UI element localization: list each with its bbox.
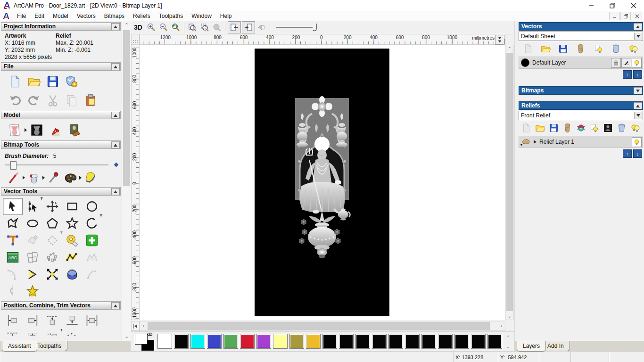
palette-scroll-down-icon[interactable]: ⌄ bbox=[504, 343, 512, 350]
save-model-button[interactable] bbox=[43, 74, 62, 90]
extrude-vector-button[interactable] bbox=[62, 266, 82, 283]
vector-layer-row[interactable]: Default Layer bbox=[519, 57, 643, 69]
palette-swatch[interactable] bbox=[454, 334, 469, 349]
model-sketch-flyout-icon[interactable] bbox=[25, 128, 27, 132]
menu-reliefs[interactable]: Reliefs bbox=[129, 12, 155, 20]
create-star-button[interactable] bbox=[62, 215, 82, 232]
palette-swatch[interactable] bbox=[190, 334, 205, 349]
relief-visibility-button[interactable] bbox=[632, 137, 642, 147]
minimize-button[interactable] bbox=[580, 0, 602, 11]
lock-layer-button[interactable] bbox=[611, 58, 621, 68]
zoom-slider-handle[interactable] bbox=[313, 23, 319, 32]
open-relief-layer-button[interactable] bbox=[533, 123, 547, 133]
palette-swatch[interactable] bbox=[322, 334, 337, 349]
transfer-relief-button[interactable] bbox=[574, 123, 588, 133]
horizontal-scrollbar[interactable]: ‹ › bbox=[140, 321, 505, 331]
offset-vector-button[interactable] bbox=[23, 266, 42, 283]
zoom-out-button[interactable] bbox=[157, 22, 170, 33]
assistant-scrollbar[interactable]: ⌃ ⌄ bbox=[122, 21, 131, 341]
node-editing-button[interactable] bbox=[23, 198, 42, 215]
palette-swatch[interactable] bbox=[273, 334, 288, 349]
palette-swatch[interactable] bbox=[405, 334, 420, 349]
colour-picker-button[interactable] bbox=[45, 171, 62, 185]
create-circle-button[interactable] bbox=[82, 198, 102, 215]
palette-scroll-up-icon[interactable]: ⌃ bbox=[504, 333, 512, 341]
zoom-slider[interactable] bbox=[276, 23, 319, 32]
block-array-button[interactable] bbox=[42, 329, 62, 336]
collapse-bitmap-tools-button[interactable] bbox=[111, 141, 120, 148]
move-relief-down-button[interactable]: ↓ bbox=[633, 149, 642, 158]
collapse-project-information-button[interactable] bbox=[111, 23, 120, 30]
wrap-text-button[interactable] bbox=[23, 232, 42, 249]
menu-toolpaths[interactable]: Toolpaths bbox=[155, 12, 187, 20]
paste-array-button[interactable] bbox=[42, 249, 62, 266]
palette-swatch[interactable] bbox=[240, 334, 255, 349]
expand-bitmaps-panel-button[interactable] bbox=[634, 87, 642, 94]
palette-flyout-icon[interactable] bbox=[79, 176, 82, 180]
toggle-relief-visibility-button[interactable] bbox=[587, 123, 601, 133]
scatter-vectors-button[interactable] bbox=[62, 329, 82, 336]
collapse-file-button[interactable] bbox=[111, 63, 120, 70]
scroll-up-icon[interactable]: ⌃ bbox=[123, 22, 130, 29]
palette-swatch[interactable] bbox=[256, 334, 271, 349]
cut-button[interactable] bbox=[43, 92, 62, 108]
palette-swatch[interactable] bbox=[438, 334, 453, 349]
save-vector-layer-button[interactable] bbox=[554, 44, 572, 54]
notes-button[interactable] bbox=[81, 92, 100, 108]
model-lighting-button[interactable] bbox=[46, 122, 65, 138]
palette-swatch[interactable] bbox=[207, 334, 222, 349]
hscroll-corner-button[interactable] bbox=[131, 321, 140, 331]
combine-mode-icon[interactable] bbox=[520, 138, 531, 146]
vertical-scrollbar[interactable]: ⌃ ⌄ bbox=[505, 45, 514, 320]
move-layer-up-button[interactable]: ↑ bbox=[623, 70, 632, 79]
toggle-layer-visibility-button[interactable] bbox=[590, 44, 607, 54]
new-relief-layer-button[interactable] bbox=[520, 123, 533, 133]
create-text-button[interactable] bbox=[3, 232, 23, 249]
create-rectangle-button[interactable] bbox=[62, 198, 82, 215]
mdi-close-button[interactable] bbox=[632, 12, 642, 20]
open-vector-layer-button[interactable] bbox=[537, 44, 554, 54]
merge-vector-layers-button[interactable] bbox=[572, 44, 589, 54]
fit-vectors-button[interactable] bbox=[62, 249, 82, 266]
menu-bitmaps[interactable]: Bitmaps bbox=[100, 12, 129, 20]
menu-file[interactable]: File bbox=[13, 12, 30, 20]
merge-relief-layers-button[interactable] bbox=[561, 123, 574, 133]
pan-view-button[interactable] bbox=[256, 22, 268, 33]
envelope-distort-button[interactable] bbox=[23, 249, 42, 266]
ruler-units-dropdown-button[interactable] bbox=[495, 35, 504, 45]
redo-button[interactable] bbox=[25, 92, 43, 108]
create-ellipse-button[interactable] bbox=[23, 215, 42, 232]
collapse-vectors-panel-button[interactable] bbox=[634, 23, 642, 30]
align-right-button[interactable] bbox=[23, 312, 42, 329]
toggle-all-layers-button[interactable] bbox=[625, 44, 642, 54]
primary-secondary-colour-chip[interactable] bbox=[135, 334, 157, 351]
palette-button[interactable] bbox=[62, 171, 79, 185]
next-bitmap-layer-button[interactable] bbox=[242, 21, 255, 33]
previous-bitmap-layer-button[interactable] bbox=[228, 21, 241, 33]
layer-visibility-button[interactable] bbox=[632, 58, 642, 68]
scroll-left-icon[interactable]: ‹ bbox=[140, 321, 147, 330]
scroll-down-icon[interactable]: ⌄ bbox=[506, 313, 513, 320]
snap-layer-button[interactable] bbox=[621, 58, 631, 68]
move-layer-down-button[interactable]: ↓ bbox=[633, 70, 642, 79]
palette-swatch[interactable] bbox=[487, 334, 502, 349]
tab-layers[interactable]: Layers bbox=[517, 341, 546, 352]
zoom-in-button[interactable] bbox=[145, 22, 157, 33]
scroll-up-icon[interactable]: ⌃ bbox=[506, 45, 513, 52]
primary-colour-swatch[interactable] bbox=[135, 334, 148, 345]
new-vector-layer-button[interactable] bbox=[520, 44, 537, 54]
zoom-page-button[interactable] bbox=[186, 22, 198, 33]
undo-button[interactable] bbox=[6, 92, 25, 108]
create-polyline-button[interactable] bbox=[3, 215, 23, 232]
greyscale-preview-button[interactable] bbox=[601, 123, 615, 133]
relief-layer-row[interactable]: Relief Layer 1 bbox=[519, 136, 643, 148]
tab-assistant[interactable]: Assistant bbox=[2, 341, 37, 352]
blend-spline-button[interactable] bbox=[82, 266, 102, 283]
vertical-scroll-thumb[interactable] bbox=[506, 53, 513, 311]
flood-fill-flyout-icon[interactable] bbox=[42, 176, 45, 180]
dropdown-arrow-icon[interactable] bbox=[634, 33, 642, 40]
zoom-box-button[interactable] bbox=[198, 22, 211, 33]
align-bottom-button[interactable] bbox=[62, 312, 82, 329]
palette-swatch[interactable] bbox=[157, 334, 172, 349]
menu-model[interactable]: Model bbox=[49, 12, 73, 20]
